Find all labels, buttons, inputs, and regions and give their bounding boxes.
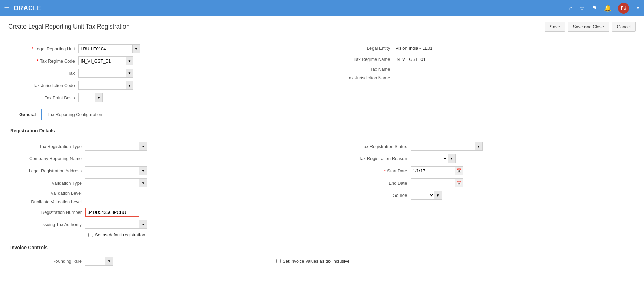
start-date-row: Start Date 1/1/17 📅 <box>336 166 634 175</box>
tax-reg-status-label: Tax Registration Status <box>336 144 411 149</box>
tax-jurisdiction-code-input[interactable] <box>78 81 126 90</box>
tab-general[interactable]: General <box>14 109 42 120</box>
legal-reporting-unit-input[interactable]: LRU LE0104 <box>78 44 133 53</box>
header-buttons: Save Save and Close Cancel <box>545 22 636 32</box>
tax-jurisdiction-code-field: ▼ <box>78 81 133 90</box>
invoice-controls-row: Rounding Rule ▼ Set invoice values as ta… <box>10 257 634 266</box>
tax-reg-type-field: ▼ <box>85 142 147 151</box>
validation-type-input[interactable] <box>85 178 139 187</box>
tax-reg-type-row: Tax Registration Type ▼ <box>10 142 309 151</box>
legal-entity-label: Legal Entity <box>332 46 394 51</box>
source-dropdown-btn[interactable]: ▼ <box>434 191 442 200</box>
cancel-button[interactable]: Cancel <box>612 22 636 32</box>
source-label: Source <box>336 193 411 198</box>
tax-regime-name-row: Tax Regime Name IN_VI_GST_01 <box>332 55 634 63</box>
star-icon[interactable]: ☆ <box>579 4 585 12</box>
registration-number-row: Registration Number 34DD543568PCBU <box>10 208 309 217</box>
end-date-input[interactable] <box>411 178 455 187</box>
tax-reg-reason-select[interactable] <box>411 154 448 163</box>
validation-type-dropdown-btn[interactable]: ▼ <box>139 178 147 187</box>
tab-tax-reporting[interactable]: Tax Reporting Configuration <box>42 109 108 120</box>
rounding-rule-field: ▼ <box>85 257 113 266</box>
chevron-down-icon[interactable]: ▼ <box>636 6 640 11</box>
tax-point-basis-input[interactable] <box>78 93 95 102</box>
tax-name-value <box>394 68 398 71</box>
top-form-right: Legal Entity Vision India - LE01 Tax Reg… <box>332 44 634 105</box>
tax-jurisdiction-name-value <box>394 76 398 79</box>
save-and-close-button[interactable]: Save and Close <box>568 22 609 32</box>
company-reporting-name-label: Company Reporting Name <box>10 156 85 161</box>
page-container: Create Legal Reporting Unit Tax Registra… <box>0 16 644 290</box>
tax-jurisdiction-code-dropdown-btn[interactable]: ▼ <box>126 81 133 90</box>
tax-reg-type-dropdown-btn[interactable]: ▼ <box>139 142 147 151</box>
tax-regime-code-dropdown-btn[interactable]: ▼ <box>126 56 133 65</box>
tax-regime-code-input[interactable]: IN_VI_GST_01 <box>78 56 126 65</box>
validation-type-row: Validation Type ▼ <box>10 178 309 187</box>
tax-reg-status-field: ▼ <box>411 142 483 151</box>
duplicate-validation-value <box>85 201 89 203</box>
tax-regime-name-label: Tax Regime Name <box>332 57 394 62</box>
company-reporting-name-row: Company Reporting Name <box>10 154 309 163</box>
bell-icon[interactable]: 🔔 <box>604 4 611 12</box>
validation-level-label: Validation Level <box>10 191 85 196</box>
top-navigation: ☰ ORACLE ⌂ ☆ ⚑ 🔔 FU ▼ <box>0 0 644 16</box>
legal-reporting-unit-dropdown-btn[interactable]: ▼ <box>133 44 140 53</box>
set-invoice-checkbox[interactable] <box>276 259 281 263</box>
flag-icon[interactable]: ⚑ <box>592 4 597 12</box>
tax-reg-reason-label: Tax Registration Reason <box>336 156 411 161</box>
legal-reg-address-row: Legal Registration Address ▼ <box>10 166 309 175</box>
set-default-checkbox[interactable] <box>88 233 93 237</box>
source-select[interactable] <box>411 191 434 200</box>
tab-content-general: Registration Details Tax Registration Ty… <box>10 120 634 269</box>
tax-name-label: Tax Name <box>332 67 394 72</box>
tax-input[interactable] <box>78 69 126 78</box>
start-date-calendar-btn[interactable]: 📅 <box>455 166 463 175</box>
end-date-row: End Date 📅 <box>336 178 634 187</box>
page-title: Create Legal Reporting Unit Tax Registra… <box>8 23 130 30</box>
legal-reg-address-dropdown-btn[interactable]: ▼ <box>139 166 147 175</box>
tax-regime-name-value: IN_VI_GST_01 <box>394 55 428 63</box>
legal-entity-value: Vision India - LE01 <box>394 44 435 52</box>
tax-point-basis-field: ▼ <box>78 93 103 102</box>
tax-dropdown-btn[interactable]: ▼ <box>126 69 133 78</box>
user-avatar[interactable]: FU <box>618 3 629 14</box>
registration-number-input[interactable]: 34DD543568PCBU <box>85 208 139 217</box>
end-date-field: 📅 <box>411 178 463 187</box>
tax-point-basis-dropdown-btn[interactable]: ▼ <box>95 93 103 102</box>
tax-regime-code-field: IN_VI_GST_01 ▼ <box>78 56 133 65</box>
company-reporting-name-input[interactable] <box>85 154 139 163</box>
tax-reg-reason-dropdown-btn[interactable]: ▼ <box>448 154 456 163</box>
registration-details-title: Registration Details <box>10 124 634 136</box>
start-date-input[interactable]: 1/1/17 <box>411 166 455 175</box>
tax-regime-code-label: Tax Regime Code <box>10 58 78 64</box>
legal-reg-address-field: ▼ <box>85 166 147 175</box>
issuing-tax-authority-dropdown-btn[interactable]: ▼ <box>139 220 147 229</box>
rounding-rule-input[interactable] <box>85 257 105 266</box>
hamburger-menu-icon[interactable]: ☰ <box>4 4 10 12</box>
main-form-area: Legal Reporting Unit LRU LE0104 ▼ Tax Re… <box>0 37 644 276</box>
legal-reporting-unit-field: LRU LE0104 ▼ <box>78 44 140 53</box>
legal-reporting-unit-label: Legal Reporting Unit <box>10 46 78 51</box>
tax-jurisdiction-code-label: Tax Jurisdiction Code <box>10 83 78 88</box>
save-button[interactable]: Save <box>545 22 565 32</box>
home-icon[interactable]: ⌂ <box>569 5 573 12</box>
top-form-left: Legal Reporting Unit LRU LE0104 ▼ Tax Re… <box>10 44 312 105</box>
end-date-calendar-btn[interactable]: 📅 <box>455 178 463 187</box>
rounding-rule-label: Rounding Rule <box>10 259 85 264</box>
set-invoice-label: Set invoice values as tax inclusive <box>283 259 350 264</box>
issuing-tax-authority-input[interactable] <box>85 220 139 229</box>
start-date-field: 1/1/17 📅 <box>411 166 463 175</box>
top-form-section: Legal Reporting Unit LRU LE0104 ▼ Tax Re… <box>10 44 634 105</box>
validation-type-label: Validation Type <box>10 181 85 186</box>
source-field: ▼ <box>411 191 442 200</box>
tax-reg-status-dropdown-btn[interactable]: ▼ <box>475 142 483 151</box>
registration-number-label: Registration Number <box>10 210 85 215</box>
tax-reg-status-input[interactable] <box>411 142 475 151</box>
legal-reg-address-input[interactable] <box>85 166 139 175</box>
tax-point-basis-label: Tax Point Basis <box>10 95 78 100</box>
tax-label: Tax <box>10 71 78 76</box>
issuing-tax-authority-row: Issuing Tax Authority ▼ <box>10 220 309 229</box>
tax-reg-type-label: Tax Registration Type <box>10 144 85 149</box>
rounding-rule-dropdown-btn[interactable]: ▼ <box>105 257 113 266</box>
tax-reg-type-input[interactable] <box>85 142 139 151</box>
